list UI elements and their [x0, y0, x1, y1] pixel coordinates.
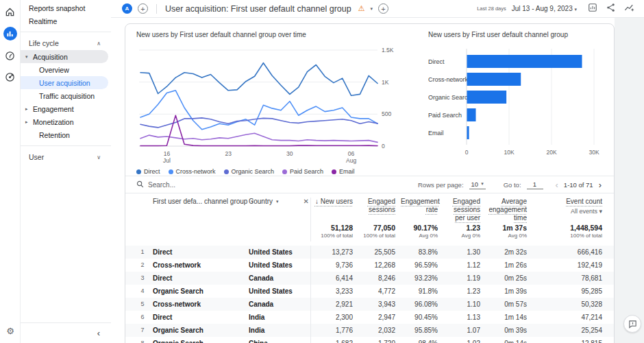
- series-line-cross-network: [140, 91, 377, 130]
- sidebar-item-monetization[interactable]: ▸Monetization: [21, 115, 108, 128]
- cell-channel-group: Cross-network: [153, 259, 249, 272]
- table-row[interactable]: 1DirectUnited States13,27325,50583.8%1.3…: [125, 246, 614, 259]
- sidebar-item-reports-snapshot[interactable]: Reports snapshot: [21, 1, 108, 14]
- report-header: A + User acquisition: First user default…: [111, 0, 644, 18]
- totals-cell: 77,050100% of total: [358, 224, 401, 241]
- rows-per-page-select[interactable]: 10▾: [469, 180, 486, 189]
- svg-text:Email: Email: [428, 130, 444, 137]
- cell-metric: 93.23%: [401, 272, 443, 285]
- svg-text:Cross-network: Cross-network: [428, 76, 469, 83]
- ga4-app: ⚙ Reports snapshotRealtimeLife cycle∧▾Ac…: [0, 0, 644, 343]
- cell-metric: 2,300: [310, 311, 358, 324]
- svg-text:1K: 1K: [382, 79, 389, 86]
- table-row[interactable]: 6DirectIndia2,3002,94790.45%1.131m 14s47…: [125, 311, 614, 324]
- prev-page-icon[interactable]: ‹: [556, 180, 558, 190]
- column-header-event-count[interactable]: Event countAll events ▾: [532, 198, 608, 224]
- sidebar-section-user[interactable]: User∨: [21, 150, 111, 164]
- sidebar-item-user-acquisition[interactable]: User acquisition: [21, 76, 108, 89]
- cell-metric: 2,032: [358, 324, 401, 337]
- table-row[interactable]: 3DirectCanada6,4148,24693.23%1.190m 25s7…: [125, 272, 614, 285]
- svg-text:1.5K: 1.5K: [382, 47, 394, 54]
- bar-organic-search: [467, 91, 507, 104]
- bar-direct: [467, 55, 582, 68]
- reports-icon[interactable]: [3, 27, 17, 40]
- cell-metric: 3,943: [358, 298, 401, 311]
- line-chart-legend: DirectCross-networkOrganic SearchPaid Se…: [136, 168, 409, 175]
- svg-text:Aug: Aug: [346, 157, 356, 164]
- cell-channel-group: Direct: [153, 272, 249, 285]
- svg-text:16: 16: [164, 150, 171, 157]
- cell-metric: 13,273: [310, 246, 358, 259]
- column-header-new-users[interactable]: ↓ New users: [310, 198, 358, 224]
- customize-report-icon[interactable]: [588, 3, 597, 15]
- sidebar-item-overview[interactable]: Overview: [21, 63, 108, 76]
- table-row[interactable]: 5Cross-networkCanada2,9213,94396.08%1.10…: [125, 298, 614, 311]
- column-header-average-engagement-time[interactable]: Average engagement time: [486, 198, 532, 224]
- table-header-row: First user defa... channel group▾ Countr…: [125, 193, 614, 224]
- event-count-type-select[interactable]: All events ▾: [532, 207, 602, 215]
- table-row[interactable]: 2Cross-networkUnited States9,73612,26896…: [125, 259, 614, 272]
- table-row[interactable]: 8Organic SearchChina1,6821,72098.4%1.020…: [125, 337, 614, 343]
- next-page-icon[interactable]: ›: [599, 180, 602, 190]
- table-row[interactable]: 4Organic SearchUnited States3,2334,77291…: [125, 285, 614, 298]
- svg-text:Paid Search: Paid Search: [428, 112, 462, 119]
- totals-cell: 1m 37sAvg 0%: [486, 224, 532, 241]
- cell-metric: 0m 57s: [486, 298, 532, 311]
- add-filter-button[interactable]: +: [378, 3, 388, 14]
- column-header-engaged-sessions-per-user[interactable]: Engaged sessions per user: [443, 198, 486, 224]
- insights-icon[interactable]: [624, 3, 634, 15]
- cell-metric: 95.85%: [401, 324, 443, 337]
- legend-dot-icon: [136, 169, 141, 174]
- cell-metric: 1.19: [443, 272, 486, 285]
- sidebar-section-life-cycle[interactable]: Life cycle∧: [21, 36, 111, 50]
- legend-dot-icon: [169, 169, 173, 174]
- cell-metric: 12,268: [358, 259, 401, 272]
- bar-paid-search: [467, 108, 476, 121]
- table-row[interactable]: 7Organic SearchIndia1,7762,03295.85%1.07…: [125, 324, 614, 337]
- date-range-picker[interactable]: Jul 13 - Aug 9, 2023 ▾: [512, 5, 577, 12]
- data-quality-warning-icon[interactable]: ⚠: [358, 4, 365, 13]
- sidebar-item-realtime[interactable]: Realtime: [21, 14, 108, 27]
- share-icon[interactable]: [606, 3, 615, 15]
- cell-channel-group: Organic Search: [153, 324, 249, 337]
- explore-icon[interactable]: [4, 49, 16, 62]
- warning-caret-icon[interactable]: ▾: [371, 6, 373, 12]
- cell-metric: 50,328: [532, 298, 608, 311]
- sidebar-collapse-button[interactable]: ‹: [21, 322, 111, 343]
- column-header-engagement-rate[interactable]: Engagement rate: [401, 198, 443, 224]
- svg-text:0: 0: [382, 143, 385, 150]
- cell-metric: 90.45%: [401, 311, 443, 324]
- dimension-select-country[interactable]: Country▾: [249, 198, 279, 205]
- property-avatar[interactable]: A: [122, 3, 132, 14]
- cell-metric: 9,736: [310, 259, 358, 272]
- sidebar-item-acquisition[interactable]: ▾Acquisition: [21, 50, 108, 63]
- dimension-select-channel-group[interactable]: First user defa... channel group▾: [153, 198, 253, 205]
- row-number: 5: [132, 298, 153, 311]
- home-icon[interactable]: [4, 5, 16, 18]
- sidebar-divider: [21, 32, 111, 32]
- remove-dimension-icon[interactable]: ✕: [304, 198, 309, 206]
- legend-item-email: Email: [332, 168, 355, 175]
- column-header-engaged-sessions[interactable]: Engaged sessions: [358, 198, 401, 224]
- cell-metric: 96.59%: [401, 259, 443, 272]
- pagination-range: 1-10 of 71: [564, 181, 593, 189]
- cell-country: Canada: [249, 298, 310, 311]
- search-input[interactable]: [148, 181, 251, 189]
- admin-gear-icon[interactable]: ⚙: [0, 326, 21, 336]
- rows-per-page-label: Rows per page:: [418, 181, 464, 189]
- totals-cell: 51,128100% of total: [310, 224, 358, 241]
- cell-metric: 1m 39s: [486, 285, 532, 298]
- report-card: New users by First user default channel …: [125, 23, 615, 343]
- cell-metric: 98.4%: [401, 337, 443, 343]
- cell-metric: 1,776: [310, 324, 358, 337]
- goto-page-input[interactable]: 1: [527, 180, 543, 189]
- caret-down-icon: ▾: [25, 54, 33, 60]
- sidebar-item-engagement[interactable]: ▸Engagement: [21, 102, 108, 115]
- advertising-icon[interactable]: [4, 71, 16, 83]
- sidebar-item-traffic-acquisition[interactable]: Traffic acquisition: [21, 89, 108, 102]
- cell-metric: 83.8%: [401, 246, 443, 259]
- legend-dot-icon: [282, 169, 287, 174]
- feedback-button[interactable]: [623, 315, 641, 333]
- add-comparison-button[interactable]: +: [138, 3, 148, 14]
- sidebar-item-retention[interactable]: Retention: [21, 128, 108, 141]
